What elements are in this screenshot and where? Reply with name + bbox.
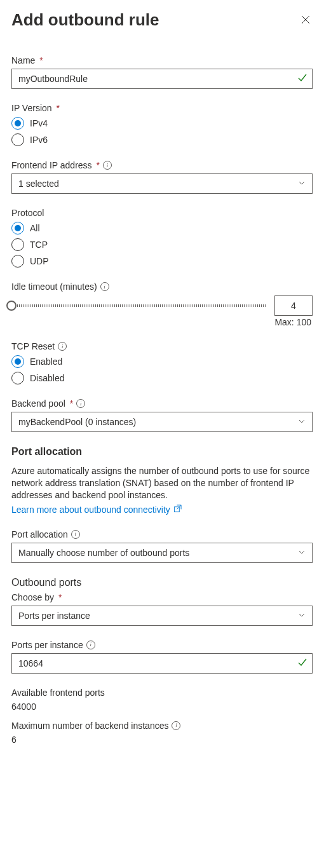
chevron-down-icon	[298, 417, 306, 427]
available-frontend-ports-label: Available frontend ports	[11, 688, 313, 698]
radio-icon-selected	[11, 117, 24, 130]
info-icon[interactable]: i	[76, 399, 85, 408]
radio-icon-selected	[11, 355, 24, 368]
ports-per-instance-input[interactable]	[11, 653, 313, 674]
radio-label: Disabled	[30, 373, 64, 383]
idle-timeout-slider[interactable]	[11, 304, 267, 307]
radio-label: IPv6	[30, 135, 48, 145]
idle-timeout-value[interactable]: 4	[274, 295, 313, 316]
radio-label: TCP	[30, 240, 48, 250]
port-allocation-heading: Port allocation	[11, 446, 313, 458]
radio-label: IPv4	[30, 118, 48, 128]
protocol-udp-radio[interactable]: UDP	[11, 255, 313, 268]
max-backend-label-text: Maximum number of backend instances	[11, 721, 168, 731]
max-backend-instances-label: Maximum number of backend instances i	[11, 721, 313, 731]
frontend-ip-dropdown[interactable]: 1 selected	[11, 173, 313, 194]
name-input[interactable]	[11, 69, 313, 89]
protocol-label-text: Protocol	[11, 208, 44, 218]
learn-more-link[interactable]: Learn more about outbound connectivity	[11, 505, 182, 515]
info-icon[interactable]: i	[58, 342, 67, 351]
info-icon[interactable]: i	[100, 282, 109, 291]
radio-label: UDP	[30, 256, 49, 266]
port-allocation-field-label: Port allocation i	[11, 529, 313, 539]
ports-per-instance-label-text: Ports per instance	[11, 640, 83, 650]
port-allocation-description: Azure automatically assigns the number o…	[11, 465, 313, 501]
tcp-reset-label-text: TCP Reset	[11, 341, 55, 351]
ip-version-ipv4-radio[interactable]: IPv4	[11, 117, 313, 130]
radio-icon	[11, 255, 24, 268]
info-icon[interactable]: i	[86, 641, 95, 649]
backend-pool-label-text: Backend pool	[11, 398, 65, 409]
required-asterisk: *	[58, 592, 62, 602]
backend-pool-label: Backend pool* i	[11, 398, 313, 409]
required-asterisk: *	[97, 160, 100, 170]
idle-timeout-max-label: Max: 100	[11, 317, 313, 327]
backend-pool-dropdown[interactable]: myBackendPool (0 instances)	[11, 412, 313, 432]
required-asterisk: *	[39, 55, 43, 65]
radio-icon	[11, 372, 24, 384]
protocol-tcp-radio[interactable]: TCP	[11, 238, 313, 251]
max-backend-instances-value: 6	[11, 735, 313, 745]
port-allocation-field-label-text: Port allocation	[11, 529, 68, 539]
choose-by-dropdown[interactable]: Ports per instance	[11, 606, 313, 626]
required-asterisk: *	[57, 103, 60, 113]
external-link-icon	[173, 505, 182, 515]
link-text: Learn more about outbound connectivity	[11, 505, 170, 515]
name-label: Name*	[11, 55, 313, 65]
ports-per-instance-label: Ports per instance i	[11, 640, 313, 650]
close-icon	[301, 14, 310, 27]
choose-by-label: Choose by*	[11, 592, 313, 602]
frontend-ip-label: Frontend IP address* i	[11, 160, 313, 170]
ip-version-label: IP Version*	[11, 103, 313, 113]
outbound-ports-heading: Outbound ports	[11, 577, 313, 588]
info-icon[interactable]: i	[103, 161, 112, 170]
radio-icon	[11, 133, 24, 146]
slider-thumb[interactable]	[6, 301, 17, 311]
idle-timeout-label: Idle timeout (minutes) i	[11, 281, 313, 292]
tcp-reset-label: TCP Reset i	[11, 341, 313, 351]
dropdown-value: 1 selected	[18, 179, 59, 189]
info-icon[interactable]: i	[172, 721, 180, 730]
radio-label: Enabled	[30, 356, 62, 367]
ip-version-ipv6-radio[interactable]: IPv6	[11, 133, 313, 146]
idle-timeout-label-text: Idle timeout (minutes)	[11, 281, 97, 292]
protocol-all-radio[interactable]: All	[11, 222, 313, 234]
frontend-ip-label-text: Frontend IP address	[11, 160, 92, 170]
page-title: Add outbound rule	[11, 10, 159, 30]
radio-icon	[11, 238, 24, 251]
tcp-reset-disabled-radio[interactable]: Disabled	[11, 372, 313, 384]
dropdown-value: myBackendPool (0 instances)	[18, 417, 136, 427]
available-ports-label-text: Available frontend ports	[11, 688, 105, 698]
choose-by-label-text: Choose by	[11, 592, 54, 602]
dropdown-value: Ports per instance	[18, 611, 90, 621]
chevron-down-icon	[298, 611, 306, 621]
port-allocation-dropdown[interactable]: Manually choose number of outbound ports	[11, 543, 313, 563]
available-frontend-ports-value: 64000	[11, 702, 313, 712]
dropdown-value: Manually choose number of outbound ports	[18, 548, 189, 558]
ip-version-label-text: IP Version	[11, 103, 52, 113]
close-button[interactable]	[299, 12, 313, 29]
protocol-label: Protocol	[11, 208, 313, 218]
name-label-text: Name	[11, 55, 35, 65]
tcp-reset-enabled-radio[interactable]: Enabled	[11, 355, 313, 368]
chevron-down-icon	[298, 179, 306, 189]
required-asterisk: *	[70, 398, 73, 409]
chevron-down-icon	[298, 548, 306, 558]
info-icon[interactable]: i	[71, 530, 80, 539]
radio-icon-selected	[11, 222, 24, 234]
radio-label: All	[30, 223, 40, 233]
